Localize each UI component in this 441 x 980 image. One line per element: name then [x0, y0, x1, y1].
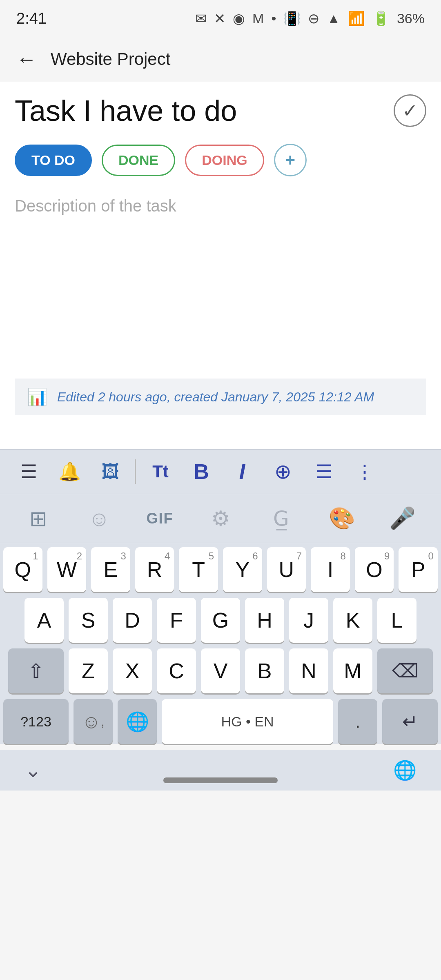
- backspace-icon: ⌫: [392, 660, 419, 682]
- edit-info-text: Edited 2 hours ago, created January 7, 2…: [57, 390, 374, 405]
- header-title: Website Project: [51, 49, 170, 69]
- key-m[interactable]: M: [333, 648, 372, 693]
- battery-level: 36%: [397, 11, 425, 27]
- key-h[interactable]: H: [245, 598, 284, 643]
- settings-btn[interactable]: ⚙: [190, 496, 251, 541]
- add-circle-btn[interactable]: ⊕: [263, 453, 303, 490]
- key-s[interactable]: S: [69, 598, 108, 643]
- italic-btn[interactable]: I: [222, 453, 263, 490]
- key-k[interactable]: K: [333, 598, 372, 643]
- bold-btn[interactable]: B: [181, 453, 222, 490]
- menu-toolbar-btn[interactable]: ☰: [8, 453, 49, 490]
- status-icons: ✉ ✕ ◉ M • 📳 ⊖ ▲ 📶 🔋 36%: [195, 10, 425, 27]
- key-y[interactable]: 6Y: [223, 547, 262, 592]
- tag-doing[interactable]: DOING: [185, 145, 264, 176]
- tt-icon: Tt: [152, 462, 169, 481]
- keyboard-row-bottom: ?123 ☺ , 🌐 HG • EN . ↵: [3, 699, 438, 744]
- signal-icon: 📶: [348, 10, 365, 27]
- palette-btn[interactable]: 🎨: [312, 496, 372, 541]
- notification-icon: ✉: [195, 10, 207, 27]
- key-e[interactable]: 3E: [91, 547, 130, 592]
- key-v[interactable]: V: [201, 648, 240, 693]
- bottom-globe-icon[interactable]: 🌐: [393, 759, 416, 781]
- key-g[interactable]: G: [201, 598, 240, 643]
- gear-icon: ⚙: [211, 506, 230, 531]
- emoji-face-icon: ☺: [88, 506, 110, 531]
- keyboard-row-2: A S D F G H J K L: [3, 598, 438, 643]
- android-icon: ◉: [233, 10, 245, 27]
- list-icon: ☰: [316, 461, 332, 483]
- task-title-row: Task I have to do ✓: [15, 94, 426, 127]
- home-indicator: [163, 777, 278, 783]
- complete-button[interactable]: ✓: [394, 94, 426, 127]
- vibrate-icon: 📳: [283, 10, 301, 27]
- space-label: HG • EN: [221, 714, 274, 730]
- mic-icon: 🎤: [389, 506, 416, 531]
- text-format-btn[interactable]: Tt: [140, 453, 181, 490]
- key-b[interactable]: B: [245, 648, 284, 693]
- task-title[interactable]: Task I have to do: [15, 94, 394, 127]
- gif-label: GIF: [146, 510, 173, 527]
- key-p[interactable]: 0P: [399, 547, 438, 592]
- keyboard: 1Q 2W 3E 4R 5T 6Y 7U 8I 9O 0P A S D F G …: [0, 543, 441, 744]
- shift-key[interactable]: ⇧: [8, 648, 64, 693]
- key-j[interactable]: J: [289, 598, 328, 643]
- main-content: Task I have to do ✓ TO DO DONE DOING + D…: [0, 82, 441, 449]
- emoji-key[interactable]: ☺ ,: [74, 699, 113, 744]
- status-tags: TO DO DONE DOING +: [15, 144, 426, 176]
- more-toolbar-btn[interactable]: ⋮: [344, 453, 385, 490]
- translate-btn[interactable]: G̲: [251, 496, 312, 541]
- key-z[interactable]: Z: [69, 648, 108, 693]
- key-t[interactable]: 5T: [179, 547, 218, 592]
- task-description[interactable]: Description of the task: [15, 197, 426, 215]
- header: ← Website Project: [0, 37, 441, 82]
- space-key[interactable]: HG • EN: [162, 699, 333, 744]
- image-toolbar-btn[interactable]: 🖼: [90, 453, 131, 490]
- key-o[interactable]: 9O: [355, 547, 394, 592]
- globe-key[interactable]: 🌐: [118, 699, 157, 744]
- menu-icon: ☰: [20, 461, 37, 483]
- key-x[interactable]: X: [113, 648, 152, 693]
- key-i[interactable]: 8I: [311, 547, 350, 592]
- comma-label: ,: [101, 714, 105, 729]
- backspace-key[interactable]: ⌫: [377, 648, 433, 693]
- key-n[interactable]: N: [289, 648, 328, 693]
- more-icon: ⋮: [355, 461, 374, 483]
- key-q[interactable]: 1Q: [3, 547, 42, 592]
- list-btn[interactable]: ☰: [303, 453, 344, 490]
- dnd-icon: ⊖: [308, 10, 319, 27]
- tag-done[interactable]: DONE: [102, 145, 175, 176]
- globe-icon: 🌐: [126, 710, 149, 733]
- tag-todo[interactable]: TO DO: [15, 145, 92, 176]
- bottom-bar: ⌄ 🌐: [0, 750, 441, 791]
- toolbar-separator: [135, 459, 136, 484]
- period-key[interactable]: .: [338, 699, 377, 744]
- translate-icon: G̲: [273, 507, 289, 530]
- gif-btn[interactable]: GIF: [129, 496, 190, 541]
- key-w[interactable]: 2W: [47, 547, 87, 592]
- key-r[interactable]: 4R: [135, 547, 174, 592]
- emoji-btn[interactable]: ☺: [69, 496, 130, 541]
- tag-add[interactable]: +: [274, 144, 307, 176]
- key-f[interactable]: F: [157, 598, 196, 643]
- enter-key[interactable]: ↵: [382, 699, 438, 744]
- back-icon: ←: [16, 47, 37, 71]
- bell-toolbar-btn[interactable]: 🔔: [49, 453, 90, 490]
- keyboard-hide-btn[interactable]: ⌄: [24, 758, 42, 782]
- gmail-icon: M: [252, 11, 264, 27]
- shift-icon: ⇧: [28, 659, 44, 682]
- checkmark-icon: ✓: [402, 100, 418, 122]
- keyboard-row-3: ⇧ Z X C V B N M ⌫: [3, 648, 438, 693]
- key-a[interactable]: A: [24, 598, 64, 643]
- dot-icon: •: [271, 11, 276, 27]
- symbols-key[interactable]: ?123: [3, 699, 69, 744]
- key-u[interactable]: 7U: [267, 547, 306, 592]
- microphone-btn[interactable]: 🎤: [372, 496, 433, 541]
- wifi-icon: ▲: [327, 11, 341, 27]
- grid-btn[interactable]: ⊞: [8, 496, 69, 541]
- key-d[interactable]: D: [113, 598, 152, 643]
- key-l[interactable]: L: [377, 598, 416, 643]
- back-button[interactable]: ←: [12, 45, 41, 74]
- formatting-toolbar: ☰ 🔔 🖼 Tt B I ⊕ ☰ ⋮: [0, 449, 441, 494]
- key-c[interactable]: C: [157, 648, 196, 693]
